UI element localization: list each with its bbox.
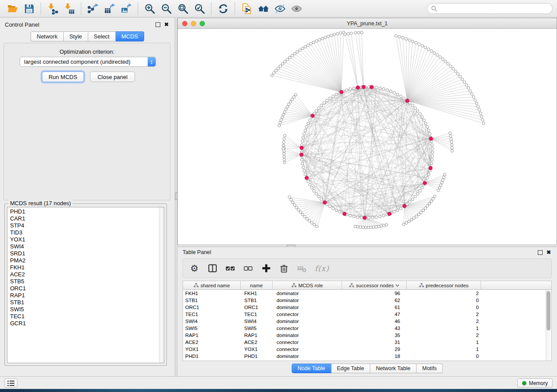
list-item[interactable]: PMA2 <box>7 257 159 264</box>
table-cell[interactable]: connector <box>273 326 342 331</box>
table-cell[interactable]: 0 <box>407 305 481 310</box>
table-cell[interactable]: connector <box>273 340 342 345</box>
list-item[interactable]: STB1 <box>7 299 159 306</box>
settings-gear-icon[interactable]: ⚙ <box>189 263 200 274</box>
table-cell[interactable]: dominator <box>273 333 342 338</box>
table-cell[interactable]: YOX1 <box>183 347 241 352</box>
list-item[interactable]: YOX1 <box>7 236 159 243</box>
table-cell[interactable]: connector <box>273 347 342 352</box>
table-row[interactable]: RAP1RAP1dominator352 <box>183 332 551 339</box>
table-cell[interactable]: 1 <box>407 326 481 331</box>
table-cell[interactable]: SWI4 <box>241 319 273 324</box>
table-row[interactable]: FKH1FKH1dominator962 <box>183 290 551 297</box>
select-all-columns-icon[interactable] <box>225 263 235 274</box>
list-item[interactable]: STB5 <box>7 278 159 285</box>
import-network-icon[interactable] <box>45 2 61 16</box>
table-row[interactable]: ACE2ACE2connector311 <box>183 339 551 346</box>
add-column-icon[interactable] <box>261 263 271 274</box>
float-window-icon[interactable] <box>538 250 543 255</box>
table-cell[interactable]: ACE2 <box>241 340 273 345</box>
table-scrollbar-thumb[interactable] <box>547 291 550 330</box>
table-cell[interactable]: STB1 <box>183 298 241 303</box>
tab-node-table[interactable]: Node Table <box>291 364 331 373</box>
table-cell[interactable]: dominator <box>273 354 342 359</box>
table-row[interactable]: TEC1TEC1connector472 <box>183 311 551 318</box>
table-cell[interactable]: 0 <box>407 354 481 359</box>
show-all-eye-icon[interactable] <box>288 2 305 16</box>
table-cell[interactable]: ACE2 <box>183 340 241 345</box>
list-scrollbar[interactable] <box>159 207 164 363</box>
table-cell[interactable]: ORC1 <box>183 305 241 310</box>
table-cell[interactable]: dominator <box>273 305 342 310</box>
refresh-icon[interactable] <box>215 2 232 16</box>
table-cell[interactable]: dominator <box>273 291 342 296</box>
list-item[interactable]: ORC1 <box>7 285 159 292</box>
table-scrollbar[interactable] <box>546 290 551 361</box>
export-network-icon[interactable] <box>85 2 101 16</box>
table-cell[interactable]: SWI4 <box>183 319 241 324</box>
table-cell[interactable]: FKH1 <box>241 291 273 296</box>
list-item[interactable]: GCR1 <box>7 320 159 327</box>
search-input[interactable] <box>440 5 548 12</box>
table-cell[interactable]: 1 <box>407 340 481 345</box>
export-image-icon[interactable] <box>118 2 135 16</box>
table-row[interactable]: SWI4SWI4dominator462 <box>183 318 551 325</box>
list-item[interactable]: SWI4 <box>7 243 159 250</box>
close-panel-button[interactable]: Close panel <box>90 72 135 82</box>
table-cell[interactable]: 0 <box>407 298 481 303</box>
table-cell[interactable]: 2 <box>407 312 481 317</box>
table-cell[interactable]: 2 <box>407 291 481 296</box>
table-cell[interactable]: 1 <box>407 347 481 352</box>
table-cell[interactable]: ORC1 <box>241 305 273 310</box>
list-item[interactable]: TEC1 <box>7 313 159 320</box>
list-item[interactable]: SRD1 <box>7 250 159 257</box>
column-header-name[interactable]: name <box>241 281 273 289</box>
table-cell[interactable]: 2 <box>407 333 481 338</box>
list-item[interactable]: CAR1 <box>7 215 159 222</box>
list-item[interactable]: ACE2 <box>7 271 159 278</box>
table-cell[interactable]: 96 <box>342 291 407 296</box>
column-header-shared-name[interactable]: shared name <box>183 281 241 289</box>
table-cell[interactable]: 61 <box>342 305 407 310</box>
duplicate-network-icon[interactable] <box>239 2 255 16</box>
table-cell[interactable]: PHD1 <box>241 354 273 359</box>
float-window-icon[interactable] <box>156 22 160 27</box>
zoom-selected-icon[interactable] <box>191 2 208 16</box>
table-row[interactable]: PHD1PHD1dominator180 <box>183 353 551 360</box>
column-header-predecessor-nodes[interactable]: predecessor nodes <box>407 281 481 289</box>
tab-edge-table[interactable]: Edge Table <box>331 364 370 373</box>
run-mcds-button[interactable]: Run MCDS <box>42 72 84 82</box>
table-cell[interactable]: RAP1 <box>183 333 241 338</box>
list-item[interactable]: TID3 <box>7 229 159 236</box>
tab-select[interactable]: Select <box>88 31 116 41</box>
table-cell[interactable]: 31 <box>342 340 407 345</box>
tab-mcds[interactable]: MCDS <box>116 31 144 41</box>
mcds-result-list[interactable]: PHD1CAR1STP4TID3YOX1SWI4SRD1PMA2FKH1ACE2… <box>7 207 164 363</box>
table-cell[interactable]: connector <box>273 312 342 317</box>
table-cell[interactable]: dominator <box>273 319 342 324</box>
tab-network-table[interactable]: Network Table <box>370 364 417 373</box>
table-cell[interactable]: RAP1 <box>241 333 273 338</box>
tab-style[interactable]: Style <box>64 31 88 41</box>
table-row[interactable]: ORC1ORC1dominator610 <box>183 304 551 311</box>
list-item[interactable]: STP4 <box>7 222 159 229</box>
import-table-icon[interactable] <box>61 2 78 16</box>
table-cell[interactable]: 35 <box>342 333 407 338</box>
first-neighbors-icon[interactable] <box>255 2 272 16</box>
delete-columns-icon[interactable] <box>279 263 289 274</box>
tab-motifs[interactable]: Motifs <box>416 364 443 373</box>
network-window-titlebar[interactable]: YPA_prune.txt_1 <box>178 18 557 29</box>
table-row[interactable]: SWI5SWI5connector431 <box>183 325 551 332</box>
show-panels-list-button[interactable] <box>4 378 17 388</box>
list-item[interactable]: PHD1 <box>7 208 159 215</box>
table-cell[interactable]: FKH1 <box>183 291 241 296</box>
table-cell[interactable]: SWI5 <box>183 326 241 331</box>
close-panel-icon[interactable]: ✖ <box>164 22 169 27</box>
network-canvas[interactable] <box>178 29 557 244</box>
table-cell[interactable]: 43 <box>342 326 407 331</box>
table-row[interactable]: STB1STB1dominator620 <box>183 297 551 304</box>
table-cell[interactable]: 29 <box>342 347 407 352</box>
save-session-icon[interactable] <box>21 2 38 16</box>
zoom-in-icon[interactable] <box>142 2 158 16</box>
table-cell[interactable]: 46 <box>342 319 407 324</box>
